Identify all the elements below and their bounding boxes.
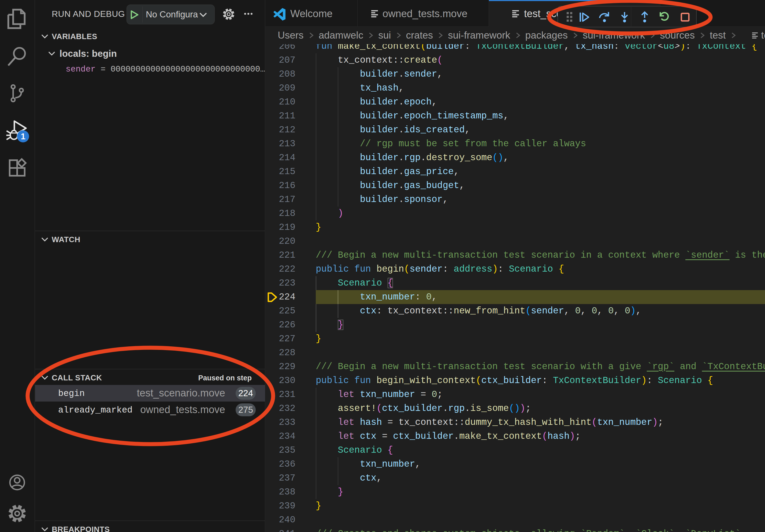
svg-text:1: 1 [21,132,25,141]
